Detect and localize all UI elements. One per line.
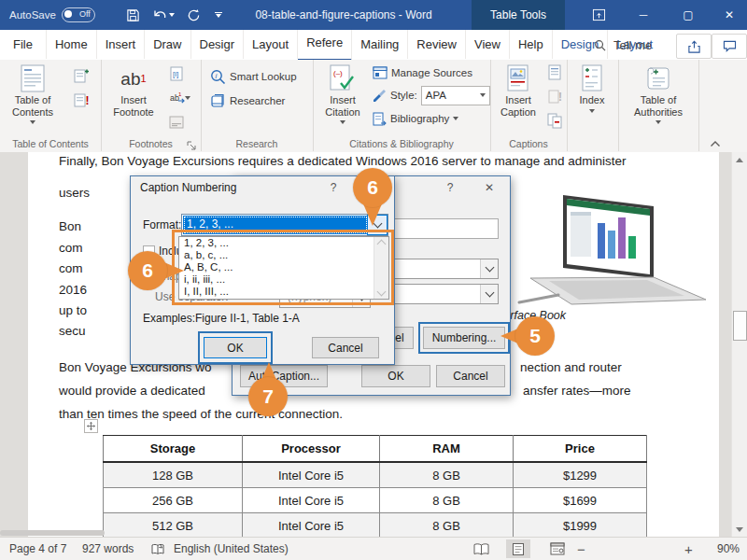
zoom-level[interactable]: 90% [706,538,740,560]
tab-view[interactable]: View [466,30,510,59]
tab-mailings[interactable]: Mailing [352,30,408,59]
minimize-button[interactable]: ─ [627,0,659,30]
repeat-button[interactable] [187,0,201,30]
doc-text-para2-l2-right[interactable]: ansfer rates—more [523,384,631,398]
undo-button[interactable] [152,0,175,30]
print-layout-button[interactable] [506,539,530,558]
tab-help[interactable]: Help [510,30,553,59]
caption-dialog-help-button[interactable]: ? [438,179,462,196]
maximize-button[interactable]: ▢ [672,0,704,30]
ribbon-display-options-button[interactable] [583,0,614,30]
vertical-scrollbar-thumb[interactable] [733,311,747,341]
page-indicator[interactable]: Page 4 of 7 [9,538,66,560]
update-table-of-figures-button[interactable]: ! [544,86,565,106]
caption-cancel-button[interactable]: Cancel [436,365,505,387]
insert-caption-button[interactable]: Insert Caption [492,63,544,119]
update-table-button[interactable]: ! [71,90,92,110]
table-cell[interactable]: 8 GB [380,513,514,538]
table-move-handle[interactable] [84,419,98,433]
table-of-authorities-button[interactable]: Table of Authorities [624,63,693,124]
doc-fragment[interactable]: Bon [59,219,81,233]
doc-text-line2[interactable]: users [59,186,90,200]
tab-home[interactable]: Home [47,30,97,59]
search-icon [594,39,606,51]
comments-button[interactable] [712,34,747,59]
insert-table-of-figures-button[interactable] [544,62,565,82]
read-mode-button[interactable] [469,539,493,558]
save-button[interactable] [126,0,140,30]
scroll-down-button[interactable] [732,522,747,537]
insert-endnote-icon: [i] [169,66,185,82]
manage-sources-button[interactable]: Manage Sources [373,63,472,82]
doc-text-para2-l2-left[interactable]: would provide a dedicated [59,384,205,398]
caption-ok-button[interactable]: OK [361,365,430,387]
autosave-switch[interactable]: Off [62,7,95,22]
table-cell[interactable]: Intel Core i5 [243,488,380,513]
numbering-cancel-button[interactable]: Cancel [312,337,379,358]
collapse-ribbon-button[interactable] [710,134,721,151]
tab-design[interactable]: Desigr [191,30,245,59]
table-cell[interactable]: $1999 [514,513,647,538]
table-cell[interactable]: 8 GB [380,462,514,488]
tab-draw[interactable]: Draw [145,30,190,59]
share-button[interactable] [676,34,712,59]
next-footnote-button[interactable]: ab1 [166,88,194,108]
index-button[interactable]: Index [570,63,614,113]
caption-position-combo-arrow[interactable] [480,285,498,303]
tab-review[interactable]: Review [408,30,466,59]
doc-text-line1[interactable]: Finally, Bon Voyage Excursions requires … [59,154,627,168]
tab-file[interactable]: File [0,30,47,59]
show-notes-button[interactable] [166,112,187,133]
table-cell[interactable]: 128 GB [104,462,243,488]
figure-laptop-image[interactable] [512,191,722,312]
caption-label-combo-arrow[interactable] [480,259,498,278]
table-header-cell[interactable]: RAM [380,436,514,463]
proofing-status-icon[interactable] [151,538,164,560]
table-cell[interactable]: 512 GB [104,513,243,538]
table-cell[interactable]: 8 GB [380,488,514,513]
zoom-out-button[interactable]: − [577,538,585,560]
doc-fragment[interactable]: secu [59,324,86,338]
tell-me-box[interactable]: Tell me [594,30,652,60]
table-cell[interactable]: 256 GB [104,488,243,513]
table-cell[interactable]: $1299 [514,462,647,488]
cross-reference-button[interactable] [544,110,565,131]
table-cell[interactable]: Intel Core i5 [243,462,380,488]
insert-endnote-button[interactable]: [i] [166,63,187,84]
doc-fragment[interactable]: com [59,241,83,255]
numbering-dialog-help-button[interactable]: ? [321,179,345,196]
doc-text-para2-l1-right[interactable]: nection and router [520,360,622,374]
tab-references[interactable]: Refere [298,30,352,62]
caption-dialog-close-button[interactable]: ✕ [477,179,501,196]
language-indicator[interactable]: English (United States) [174,538,289,560]
researcher-button[interactable]: Researcher [210,91,285,110]
vertical-scrollbar[interactable] [731,152,747,537]
smart-lookup-button[interactable]: i Smart Lookup [210,67,297,86]
table-cell[interactable]: Intel Core i5 [243,513,380,538]
scroll-up-button[interactable] [732,152,747,167]
table-header-cell[interactable]: Storage [104,436,243,463]
style-combobox[interactable]: APA [421,86,490,105]
autosave-toggle[interactable]: AutoSave Off [9,0,95,30]
doc-fragment[interactable]: up to [59,303,87,317]
table-of-contents-button[interactable]: Table of Contents [2,63,63,124]
close-button[interactable]: ✕ [713,0,745,30]
tab-insert[interactable]: Insert [97,30,146,59]
bibliography-button[interactable]: Bibliography [373,109,458,128]
insert-citation-button[interactable]: (–) Insert Citation [317,63,369,124]
table-header-cell[interactable]: Processor [243,436,380,463]
word-count[interactable]: 927 words [82,538,134,560]
horizontal-scrollbar-thumb[interactable] [0,530,105,536]
zoom-in-button[interactable]: + [684,538,693,560]
table-header-cell[interactable]: Price [514,436,647,463]
web-layout-button[interactable] [545,539,570,558]
undo-dropdown-caret[interactable] [169,13,175,17]
tab-layout[interactable]: Layout [244,30,298,59]
insert-footnote-button[interactable]: ab1 Insert Footnote [105,63,162,119]
add-text-button[interactable] [71,65,92,86]
table-cell[interactable]: $1699 [514,488,647,513]
doc-text-para2-l3[interactable]: than ten times the speed of the current … [59,407,343,421]
doc-fragment[interactable]: com [59,261,83,275]
doc-fragment[interactable]: 2016 [59,283,87,297]
quick-access-customize-button[interactable] [215,0,222,30]
